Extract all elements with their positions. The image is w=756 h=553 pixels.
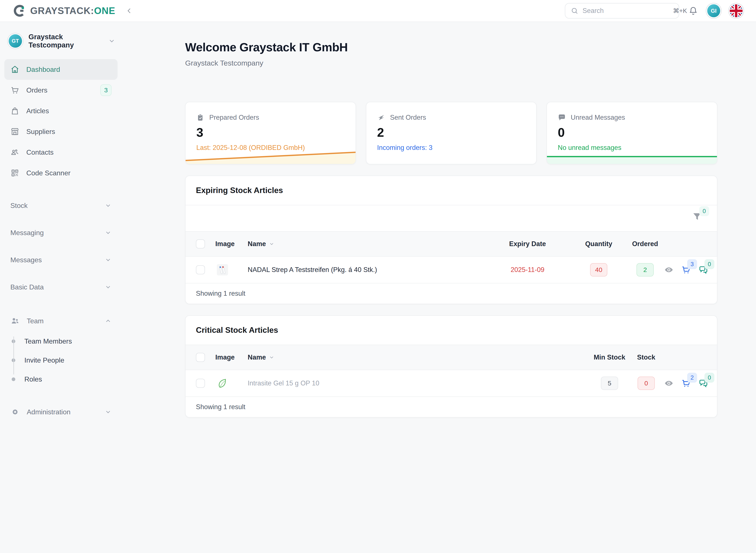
expiring-results-count: Showing 1 result	[185, 283, 717, 304]
chevron-down-icon	[105, 408, 111, 415]
table-row[interactable]: NADAL Strep A Teststreifen (Pkg. á 40 St…	[185, 257, 717, 283]
select-all-checkbox[interactable]	[196, 353, 205, 362]
table-row[interactable]: Intrasite Gel 15 g OP 10 5 0 2 0	[185, 370, 717, 396]
sidebar-item-dashboard[interactable]: Dashboard	[4, 59, 118, 80]
global-search[interactable]: ⌘+K	[565, 3, 679, 18]
add-to-cart-icon[interactable]: 3	[681, 265, 691, 275]
section-label: Stock	[10, 202, 27, 210]
section-label: Administration	[27, 408, 71, 416]
expiring-toolbar: 0	[185, 205, 717, 231]
column-quantity: Quantity	[585, 240, 612, 248]
sidebar-section-stock[interactable]: Stock	[4, 192, 118, 219]
sidebar: GT Graystack Testcompany Dashboard Order…	[0, 22, 122, 553]
sidebar-item-label: Articles	[26, 107, 49, 115]
sidebar-section-messaging[interactable]: Messaging	[4, 219, 118, 246]
sidebar-item-articles[interactable]: Articles	[4, 100, 118, 121]
sidebar-item-contacts[interactable]: Contacts	[4, 142, 118, 163]
column-expiry-date: Expiry Date	[509, 240, 546, 248]
sidebar-item-label: Contacts	[26, 148, 54, 156]
article-name[interactable]: Intrasite Gel 15 g OP 10	[248, 379, 592, 387]
page-subtitle: Graystack Testcompany	[185, 59, 717, 67]
clipboard-check-icon	[196, 113, 205, 122]
chevron-down-icon	[105, 284, 111, 291]
sidebar-item-orders[interactable]: Orders 3	[4, 80, 118, 100]
company-avatar: GT	[9, 34, 22, 48]
home-icon	[10, 65, 19, 74]
cart-count-badge: 3	[687, 259, 697, 269]
stat-card-prepared-orders: Prepared Orders 3 Last: 2025-12-08 (ORDI…	[185, 102, 356, 164]
column-ordered: Ordered	[632, 240, 658, 248]
search-input[interactable]	[583, 7, 669, 15]
section-label: Messaging	[10, 229, 44, 237]
company-selector[interactable]: GT Graystack Testcompany	[9, 33, 116, 49]
main-content: Welcome Graystack IT GmbH Graystack Test…	[122, 0, 756, 417]
stat-card-unread-messages: Unread Messages 0 No unread messages	[546, 102, 717, 164]
sidebar-item-label: Suppliers	[26, 128, 55, 136]
critical-table-header: Image Name Min Stock Stock	[185, 345, 717, 370]
sidebar-item-invite-people[interactable]: Invite People	[4, 351, 118, 370]
sidebar-item-code-scanner[interactable]: Code Scanner	[4, 163, 118, 183]
column-image: Image	[215, 240, 248, 248]
sort-chevron-icon[interactable]	[269, 354, 275, 360]
article-name[interactable]: NADAL Strep A Teststreifen (Pkg. á 40 St…	[248, 266, 482, 274]
min-stock-badge: 5	[601, 377, 618, 390]
stat-card-label: Unread Messages	[571, 114, 625, 122]
sidebar-section-team[interactable]: Team	[4, 310, 118, 332]
select-all-checkbox[interactable]	[196, 239, 205, 248]
sort-chevron-icon[interactable]	[269, 241, 275, 247]
logo-text-accent: ONE	[94, 5, 115, 16]
top-header: GRAYSTACK:ONE ⌘+K GI	[0, 0, 756, 22]
language-flag-icon[interactable]	[730, 4, 743, 17]
chevron-down-icon	[105, 256, 111, 263]
bullet-icon	[12, 378, 15, 381]
stat-card-value: 0	[558, 125, 706, 140]
expiring-stock-panel: Expiring Stock Articles 0 Image Name Exp…	[185, 175, 717, 304]
sidebar-item-team-members[interactable]: Team Members	[4, 332, 118, 351]
sidebar-item-roles[interactable]: Roles	[4, 370, 118, 389]
expiry-date-value: 2025-11-09	[511, 266, 544, 274]
user-avatar[interactable]: GI	[707, 4, 720, 17]
cart-icon	[10, 86, 19, 95]
chevron-up-icon	[105, 317, 111, 324]
sidebar-collapse-button[interactable]	[126, 7, 133, 14]
sidebar-section-basic-data[interactable]: Basic Data	[4, 273, 118, 301]
product-image-leaf	[215, 377, 230, 390]
filter-count-badge: 0	[699, 206, 709, 216]
column-name[interactable]: Name	[248, 353, 266, 361]
row-checkbox[interactable]	[196, 265, 205, 274]
stat-card-sent-orders: Sent Orders 2 Incoming orders: 3	[366, 102, 537, 164]
stat-card-note[interactable]: Incoming orders: 3	[377, 144, 526, 152]
stat-card-label: Prepared Orders	[209, 114, 259, 122]
view-icon[interactable]	[664, 265, 674, 275]
row-checkbox[interactable]	[196, 379, 205, 388]
shopping-bag-icon	[10, 106, 19, 115]
comments-icon[interactable]: 0	[698, 265, 708, 275]
app-logo: GRAYSTACK:ONE	[13, 5, 115, 17]
sidebar-item-label: Dashboard	[26, 66, 60, 74]
storefront-icon	[10, 127, 19, 136]
comments-icon[interactable]: 0	[698, 378, 708, 388]
green-trend-decoration	[547, 150, 717, 164]
filter-icon[interactable]: 0	[691, 211, 703, 223]
team-icon	[10, 316, 20, 326]
column-image: Image	[215, 353, 248, 361]
sidebar-section-messages[interactable]: Messages	[4, 246, 118, 273]
product-image-test-strips	[215, 263, 230, 276]
critical-stock-title: Critical Stock Articles	[185, 316, 717, 345]
sub-item-label: Roles	[24, 375, 42, 383]
sidebar-section-administration[interactable]: Administration	[4, 401, 118, 423]
view-icon[interactable]	[664, 378, 674, 388]
stat-card-value: 3	[196, 125, 345, 140]
sidebar-item-suppliers[interactable]: Suppliers	[4, 121, 118, 142]
send-icon	[377, 113, 385, 122]
orange-trend-decoration	[185, 150, 356, 164]
notifications-bell-icon[interactable]	[689, 6, 698, 15]
stock-badge: 0	[637, 377, 655, 390]
add-to-cart-icon[interactable]: 2	[681, 378, 691, 388]
cart-count-badge: 2	[687, 373, 697, 383]
column-name[interactable]: Name	[248, 240, 266, 248]
critical-stock-panel: Critical Stock Articles Image Name Min S…	[185, 315, 717, 417]
chevron-down-icon	[105, 229, 111, 236]
sub-item-label: Invite People	[24, 356, 64, 364]
chat-count-badge: 0	[704, 373, 714, 383]
